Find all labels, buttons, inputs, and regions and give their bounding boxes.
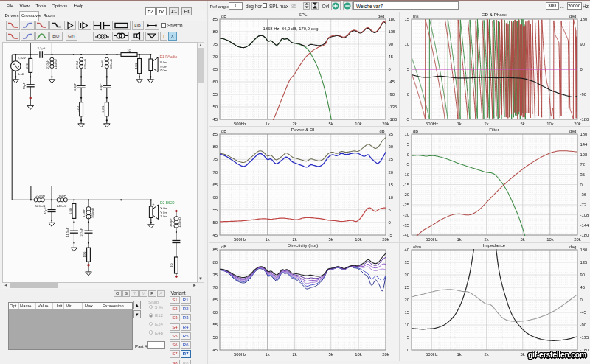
svg-text:55: 55 xyxy=(212,208,218,212)
svg-text:500Hz: 500Hz xyxy=(234,237,246,242)
svg-text:1858 Hz, 84,0 dB, 170,9 deg: 1858 Hz, 84,0 dB, 170,9 deg xyxy=(263,27,319,31)
svg-text:Filter: Filter xyxy=(489,127,499,132)
svg-text:2,7µF: 2,7µF xyxy=(80,228,83,236)
svg-text:15: 15 xyxy=(404,17,409,21)
svg-text:Z 0m: Z 0m xyxy=(160,214,167,218)
svg-text:dB: dB xyxy=(380,129,385,133)
svg-text:1k: 1k xyxy=(457,352,461,357)
svg-text:30: 30 xyxy=(404,273,409,277)
svg-text:0: 0 xyxy=(389,67,392,71)
svg-text:deg: deg xyxy=(569,129,577,133)
svg-text:3,3mH: 3,3mH xyxy=(82,209,86,217)
svg-text:0: 0 xyxy=(580,183,583,187)
svg-text:65: 65 xyxy=(212,183,218,187)
svg-text:72: 72 xyxy=(580,162,586,167)
svg-text:50: 50 xyxy=(212,335,218,340)
svg-text:45: 45 xyxy=(212,348,218,352)
svg-text:5k: 5k xyxy=(329,237,333,242)
svg-text:80: 80 xyxy=(212,29,218,34)
svg-text:SPL: SPL xyxy=(299,12,308,17)
svg-text:-36: -36 xyxy=(580,192,587,197)
svg-text:-30: -30 xyxy=(403,213,409,217)
svg-text:90: 90 xyxy=(389,42,394,46)
svg-text:45: 45 xyxy=(580,285,586,290)
svg-text:-15: -15 xyxy=(403,183,409,187)
svg-text:526mΩ: 526mΩ xyxy=(35,204,46,208)
svg-text:65: 65 xyxy=(212,298,218,302)
svg-text:2k: 2k xyxy=(292,352,296,357)
svg-text:330µF: 330µF xyxy=(169,218,173,227)
svg-text:500Hz: 500Hz xyxy=(426,122,438,126)
svg-text:135: 135 xyxy=(580,260,589,265)
svg-text:5: 5 xyxy=(407,335,410,340)
svg-text:dB: dB xyxy=(221,245,226,249)
svg-text:760µH: 760µH xyxy=(57,194,66,197)
svg-text:10Ω: 10Ω xyxy=(83,252,86,258)
svg-text:ms: ms xyxy=(413,14,419,18)
svg-text:-108: -108 xyxy=(580,213,590,217)
svg-text:180: 180 xyxy=(580,17,589,21)
svg-text:5: 5 xyxy=(389,208,392,212)
svg-text:deg: deg xyxy=(569,245,577,249)
svg-text:500Hz: 500Hz xyxy=(234,122,246,126)
svg-text:270µH: 270µH xyxy=(46,60,49,69)
svg-text:180: 180 xyxy=(389,17,397,21)
svg-text:1k: 1k xyxy=(265,237,269,242)
svg-text:0: 0 xyxy=(407,92,410,97)
svg-text:90: 90 xyxy=(580,42,586,46)
svg-text:5k: 5k xyxy=(521,122,525,126)
svg-text:11,5µF: 11,5µF xyxy=(66,227,69,237)
svg-text:20: 20 xyxy=(404,298,409,302)
svg-text:10µF: 10µF xyxy=(44,207,47,214)
svg-text:25: 25 xyxy=(389,157,394,161)
svg-text:500Hz: 500Hz xyxy=(426,237,438,242)
svg-text:Power & DI: Power & DI xyxy=(291,127,315,132)
svg-text:70: 70 xyxy=(212,170,218,175)
svg-text:60: 60 xyxy=(212,80,218,84)
svg-text:dB: dB xyxy=(221,14,226,18)
svg-text:+: + xyxy=(153,202,155,206)
svg-text:dB: dB xyxy=(413,129,418,133)
svg-text:2,2Ω: 2,2Ω xyxy=(101,106,105,113)
svg-text:-180: -180 xyxy=(580,117,590,122)
svg-text:55: 55 xyxy=(212,92,218,97)
svg-text:70: 70 xyxy=(212,55,218,59)
svg-text:108: 108 xyxy=(580,153,589,157)
svg-text:6,8Ω: 6,8Ω xyxy=(69,208,72,214)
svg-text:2k: 2k xyxy=(484,352,488,357)
svg-text:0: 0 xyxy=(389,220,392,225)
svg-text:114mΩ: 114mΩ xyxy=(54,59,58,69)
svg-text:75: 75 xyxy=(212,273,218,277)
svg-text:-5: -5 xyxy=(406,117,410,122)
svg-text:1k: 1k xyxy=(457,237,461,242)
svg-text:1k: 1k xyxy=(265,352,269,357)
svg-text:45: 45 xyxy=(212,233,218,237)
svg-text:65: 65 xyxy=(212,67,218,71)
svg-text:20k: 20k xyxy=(574,122,581,126)
svg-text:2k: 2k xyxy=(292,122,296,126)
svg-text:20k: 20k xyxy=(382,352,389,357)
svg-text:1k: 1k xyxy=(265,122,269,126)
svg-text:5k: 5k xyxy=(329,352,333,357)
svg-text:389mΩ: 389mΩ xyxy=(109,59,113,69)
svg-text:X 0m: X 0m xyxy=(160,60,168,64)
svg-text:35: 35 xyxy=(404,260,409,265)
svg-text:500Hz: 500Hz xyxy=(234,352,246,357)
svg-text:145mΩ: 145mΩ xyxy=(178,217,181,228)
svg-text:X 0m: X 0m xyxy=(160,206,168,210)
svg-text:45: 45 xyxy=(212,117,218,122)
svg-text:10k: 10k xyxy=(355,122,362,126)
svg-text:-10: -10 xyxy=(403,172,409,177)
svg-text:-45: -45 xyxy=(580,310,587,315)
svg-text:20k: 20k xyxy=(382,122,389,126)
svg-text:20k: 20k xyxy=(382,237,389,242)
svg-text:-180: -180 xyxy=(389,117,398,122)
svg-text:-135: -135 xyxy=(389,105,398,109)
svg-text:-90: -90 xyxy=(389,92,395,97)
svg-text:36: 36 xyxy=(580,172,586,177)
svg-text:-5: -5 xyxy=(406,162,410,167)
svg-text:135: 135 xyxy=(389,29,397,34)
svg-text:-45: -45 xyxy=(389,80,395,84)
svg-text:5: 5 xyxy=(407,67,410,71)
svg-text:deg: deg xyxy=(569,14,577,18)
